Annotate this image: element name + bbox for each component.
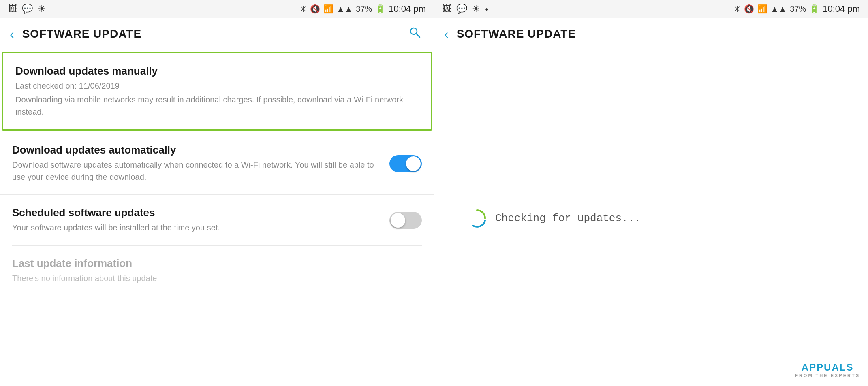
wifi-icon-r: 📶 xyxy=(757,4,768,14)
battery-percent: 37% xyxy=(356,4,372,14)
screen-icon: ☀ xyxy=(38,4,46,14)
header-left: ‹ SOFTWARE UPDATE xyxy=(0,18,434,50)
status-icons-left: 🖼 💬 ☀ xyxy=(8,4,46,14)
panel-left: 🖼 💬 ☀ ✳ 🔇 📶 ▲▲ 37% 🔋 10:04 pm ‹ SOFTWARE… xyxy=(0,0,434,386)
header-right: ‹ SOFTWARE UPDATE xyxy=(434,18,868,50)
download-manually-subtitle2: Downloading via mobile networks may resu… xyxy=(15,94,410,118)
scheduled-updates-title: Scheduled software updates xyxy=(12,207,381,219)
download-manually-item[interactable]: Download updates manually Last checked o… xyxy=(2,52,432,131)
spinner xyxy=(467,208,487,228)
back-button-right[interactable]: ‹ xyxy=(444,28,449,41)
search-button[interactable] xyxy=(406,23,424,45)
battery-icon-r: 🔋 xyxy=(809,4,819,14)
watermark-sub: FROM THE EXPERTS xyxy=(795,373,860,378)
scheduled-updates-subtitle: Your software updates will be installed … xyxy=(12,222,381,234)
screen-icon-r: ☀ xyxy=(472,4,480,14)
mute-icon: 🔇 xyxy=(310,4,320,14)
panel-right: 🖼 💬 ☀ ● ✳ 🔇 📶 ▲▲ 37% 🔋 10:04 pm ‹ SOFTWA… xyxy=(434,0,868,386)
image-icon: 🖼 xyxy=(8,4,17,14)
bluetooth-icon: ✳ xyxy=(300,4,307,14)
status-icons-right: ✳ 🔇 📶 ▲▲ 37% 🔋 10:04 pm xyxy=(300,4,426,14)
auto-update-toggle[interactable] xyxy=(389,155,422,172)
status-time-r: 10:04 pm xyxy=(823,4,860,14)
watermark-brand: APPUALS xyxy=(795,362,860,373)
signal-icon: ▲▲ xyxy=(337,4,353,14)
download-auto-subtitle: Download software updates automatically … xyxy=(12,159,381,183)
toggle-thumb-auto xyxy=(406,156,421,171)
dot-icon-r: ● xyxy=(485,6,488,12)
download-auto-text: Download updates automatically Download … xyxy=(12,144,389,183)
last-update-text: Last update information There's no infor… xyxy=(12,257,422,284)
download-auto-item[interactable]: Download updates automatically Download … xyxy=(0,132,434,195)
toggle-thumb-scheduled xyxy=(391,213,405,228)
last-update-title: Last update information xyxy=(12,257,414,270)
settings-content: Download updates manually Last checked o… xyxy=(0,50,434,386)
back-button[interactable]: ‹ xyxy=(10,28,14,41)
checking-content: Checking for updates... xyxy=(467,208,641,228)
scheduled-toggle[interactable] xyxy=(389,212,422,229)
download-manually-title: Download updates manually xyxy=(15,65,410,77)
mute-icon-r: 🔇 xyxy=(744,4,754,14)
checking-text: Checking for updates... xyxy=(495,212,641,224)
download-auto-title: Download updates automatically xyxy=(12,144,381,156)
wifi-icon: 📶 xyxy=(323,4,334,14)
status-icons-right-right: ✳ 🔇 📶 ▲▲ 37% 🔋 10:04 pm xyxy=(734,4,860,14)
scheduled-updates-item[interactable]: Scheduled software updates Your software… xyxy=(0,195,434,245)
last-update-subtitle: There's no information about this update… xyxy=(12,272,414,284)
bluetooth-icon-r: ✳ xyxy=(734,4,741,14)
status-bar-right: 🖼 💬 ☀ ● ✳ 🔇 📶 ▲▲ 37% 🔋 10:04 pm xyxy=(434,0,868,18)
status-time: 10:04 pm xyxy=(389,4,426,14)
page-title-left: SOFTWARE UPDATE xyxy=(22,28,406,41)
scheduled-updates-text: Scheduled software updates Your software… xyxy=(12,207,389,234)
last-update-item[interactable]: Last update information There's no infor… xyxy=(0,246,434,296)
page-title-right: SOFTWARE UPDATE xyxy=(457,28,858,41)
status-bar-left: 🖼 💬 ☀ ✳ 🔇 📶 ▲▲ 37% 🔋 10:04 pm xyxy=(0,0,434,18)
battery-percent-r: 37% xyxy=(790,4,806,14)
battery-icon: 🔋 xyxy=(375,4,385,14)
signal-icon-r: ▲▲ xyxy=(771,4,787,14)
download-manually-subtitle1: Last checked on: 11/06/2019 xyxy=(15,80,410,92)
download-manually-text: Download updates manually Last checked o… xyxy=(15,65,419,118)
watermark: APPUALS FROM THE EXPERTS xyxy=(795,362,860,378)
whatsapp-icon: 💬 xyxy=(22,4,33,14)
image-icon-r: 🖼 xyxy=(443,4,451,14)
status-icons-right-left: 🖼 💬 ☀ ● xyxy=(443,4,488,14)
whatsapp-icon-r: 💬 xyxy=(456,4,467,14)
checking-container: Checking for updates... xyxy=(434,50,868,386)
svg-line-1 xyxy=(416,34,420,37)
